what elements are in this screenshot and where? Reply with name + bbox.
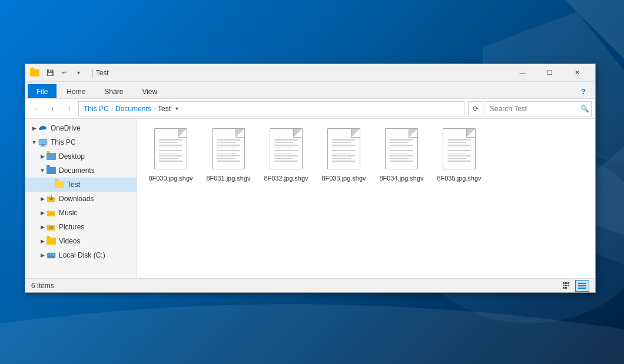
qat-save-btn[interactable]: 💾	[44, 67, 56, 79]
forward-button[interactable]: ›	[45, 102, 59, 116]
search-box[interactable]: 🔍	[486, 101, 592, 116]
file-item-2[interactable]: 8F032.jpg.shgv	[260, 125, 313, 186]
address-dropdown-btn[interactable]: ▾	[171, 101, 182, 116]
file-line	[447, 148, 466, 149]
svg-text:🖼: 🖼	[49, 226, 53, 229]
maximize-button[interactable]: ☐	[536, 64, 563, 82]
file-area: 8F030.jpg.shgv 8F031.jpg.shgv 8F032.jpg.…	[137, 119, 595, 278]
sidebar-item-desktop[interactable]: ▶ Desktop	[25, 149, 137, 163]
file-line	[217, 142, 235, 143]
file-line	[274, 139, 298, 141]
file-line	[159, 145, 182, 146]
sidebar-item-this-pc[interactable]: ▼ This PC	[25, 135, 137, 149]
title-bar-icons	[30, 69, 39, 76]
close-button[interactable]: ✕	[563, 64, 590, 82]
test-folder-icon	[55, 180, 64, 189]
file-item-1[interactable]: 8F031.jpg.shgv	[202, 125, 255, 186]
file-lines	[217, 139, 240, 163]
ribbon-tabs: File Home Share View ?	[25, 82, 595, 98]
pictures-icon: 🖼	[47, 222, 56, 232]
svg-rect-24	[578, 283, 586, 284]
large-icons-view-btn[interactable]	[575, 280, 589, 292]
qat-undo-btn[interactable]: ↩	[58, 67, 70, 79]
file-doc-icon	[270, 128, 303, 169]
breadcrumb-arrow-2: ›	[154, 105, 155, 112]
tab-share[interactable]: Share	[95, 84, 132, 98]
file-lines	[390, 139, 413, 163]
sidebar-item-local-disk[interactable]: ▶ Local Disk (C:)	[25, 248, 137, 262]
tab-file[interactable]: File	[28, 84, 57, 98]
file-line	[332, 150, 356, 151]
qat-dropdown-btn[interactable]: ▾	[72, 67, 84, 79]
file-line	[217, 145, 240, 146]
details-view-btn[interactable]	[560, 280, 574, 292]
tab-home[interactable]: Home	[58, 84, 94, 98]
sidebar-item-pictures[interactable]: ▶ 🖼 Pictures	[25, 220, 137, 234]
view-buttons	[560, 280, 589, 292]
sidebar-label-local-disk: Local Disk (C:)	[59, 251, 105, 259]
file-line	[447, 150, 471, 151]
expand-arrow-documents: ▼	[38, 166, 47, 175]
status-bar: 6 items	[25, 278, 595, 292]
file-line	[217, 158, 235, 159]
file-line	[332, 145, 356, 146]
svg-rect-13	[47, 253, 55, 258]
up-button[interactable]: ↑	[62, 102, 76, 116]
help-button[interactable]: ?	[576, 84, 590, 98]
file-item-3[interactable]: 8F033.jpg.shgv	[317, 125, 370, 186]
window-title: Test	[96, 69, 509, 77]
file-line	[447, 145, 471, 146]
file-line	[274, 145, 298, 146]
explorer-window: 💾 ↩ ▾ | Test — ☐ ✕ File Home Share View …	[25, 64, 596, 293]
file-line	[159, 150, 182, 151]
file-name: 8F035.jpg.shgv	[437, 174, 481, 182]
svg-rect-16	[563, 282, 565, 284]
file-line	[390, 142, 409, 143]
file-lines	[274, 139, 298, 163]
refresh-button[interactable]: ⟳	[468, 101, 483, 116]
file-name: 8F030.jpg.shgv	[148, 174, 192, 182]
this-pc-icon	[38, 138, 48, 147]
file-line	[159, 153, 178, 154]
file-line	[447, 161, 471, 162]
breadcrumb-documents[interactable]: Documents	[115, 105, 151, 113]
svg-rect-19	[563, 285, 565, 286]
search-icon[interactable]: 🔍	[580, 105, 589, 113]
local-disk-icon	[47, 251, 56, 260]
back-button[interactable]: ‹	[29, 102, 43, 116]
sidebar-item-onedrive[interactable]: ▶ OneDrive	[25, 121, 137, 135]
breadcrumb-this-pc[interactable]: This PC	[84, 105, 109, 113]
svg-rect-4	[40, 146, 46, 146]
sidebar-label-this-pc: This PC	[51, 138, 76, 146]
files-grid: 8F030.jpg.shgv 8F031.jpg.shgv 8F032.jpg.…	[144, 125, 588, 186]
sidebar-item-test[interactable]: ▶ Test	[25, 178, 137, 192]
file-line	[274, 153, 293, 154]
sidebar-item-videos[interactable]: ▶ Videos	[25, 234, 137, 248]
ribbon: File Home Share View ?	[25, 82, 595, 99]
tab-view[interactable]: View	[133, 84, 166, 98]
search-input[interactable]	[490, 105, 578, 113]
file-line	[332, 148, 351, 149]
address-field[interactable]: This PC › Documents › Test ▾	[78, 101, 464, 116]
file-line	[390, 139, 413, 141]
file-line	[447, 155, 471, 156]
sidebar-item-music[interactable]: ▶ ♪ Music	[25, 206, 137, 220]
file-doc-icon	[443, 128, 476, 169]
sidebar-item-downloads[interactable]: ▶ Downloads	[25, 192, 137, 206]
quick-access-toolbar: 💾 ↩ ▾	[44, 67, 84, 79]
address-bar: ‹ › ↑ This PC › Documents › Test ▾ ⟳ 🔍	[25, 99, 595, 119]
sidebar-item-documents[interactable]: ▼ Documents	[25, 163, 137, 178]
minimize-button[interactable]: —	[509, 64, 536, 82]
sidebar-label-music: Music	[59, 209, 77, 217]
file-item-5[interactable]: 8F035.jpg.shgv	[433, 125, 486, 186]
file-line	[274, 142, 293, 143]
file-line	[159, 161, 182, 162]
file-line	[447, 139, 471, 141]
file-item-0[interactable]: 8F030.jpg.shgv	[144, 125, 197, 186]
sidebar-label-documents: Documents	[59, 166, 95, 175]
videos-icon	[47, 236, 56, 246]
file-line	[274, 148, 293, 149]
window-controls: — ☐ ✕	[509, 64, 590, 82]
file-line	[390, 150, 413, 151]
file-item-4[interactable]: 8F034.jpg.shgv	[375, 125, 428, 186]
